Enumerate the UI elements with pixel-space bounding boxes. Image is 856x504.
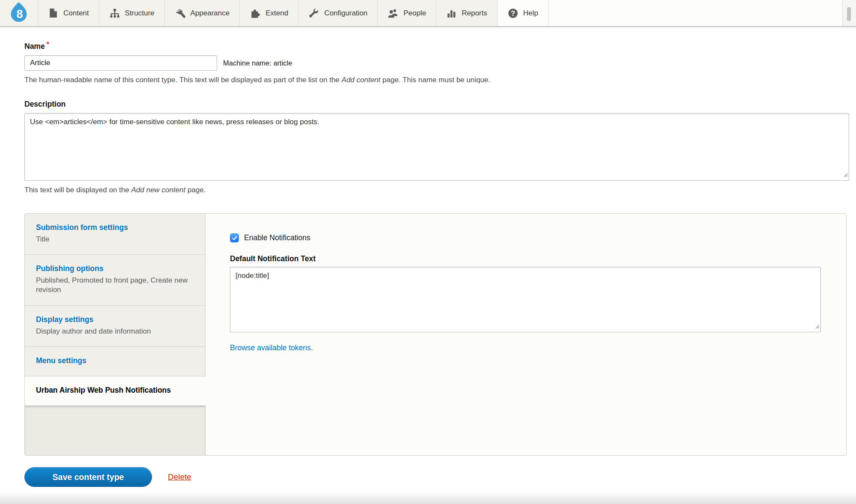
toolbar-item-structure[interactable]: Structure [99, 0, 165, 26]
content-type-edit-form: Name* Machine name: article The human-re… [0, 27, 856, 487]
wrench-icon [308, 8, 319, 19]
toolbar-spacer [549, 0, 842, 26]
toolbar-item-extend[interactable]: Extend [240, 0, 298, 26]
default-notification-textarea[interactable]: [node:title] [230, 267, 821, 332]
checkmark-icon [232, 235, 238, 241]
tab-display-settings[interactable]: Display settings Display author and date… [25, 305, 206, 346]
vertical-tabs-menu: Submission form settings Title Publishin… [25, 214, 206, 455]
drupal-drop-icon: 8 [9, 2, 28, 24]
notifications-pane: Enable Notifications Default Notificatio… [206, 214, 846, 455]
paintbrush-icon [175, 8, 186, 19]
machine-name-text: Machine name: article [223, 59, 292, 67]
help-icon: ? [507, 8, 519, 19]
description-help-text: This text will be displayed on the Add n… [24, 186, 849, 194]
toolbar-item-label: Appearance [191, 9, 230, 18]
bottom-fade [0, 492, 856, 504]
scrollbar-thumb[interactable] [847, 7, 851, 21]
name-help-text: The human-readable name of this content … [24, 76, 849, 84]
toolbar-scroll-area [842, 0, 856, 26]
toolbar-item-label: Extend [265, 9, 288, 18]
toolbar-item-label: Reports [462, 9, 487, 18]
page: 8 Content Structure [0, 0, 856, 504]
toolbar-item-label: Structure [125, 9, 155, 18]
sitemap-icon [109, 8, 120, 19]
svg-text:8: 8 [16, 8, 23, 21]
tabs-filler [25, 406, 206, 456]
file-icon [48, 8, 59, 18]
toolbar-item-appearance[interactable]: Appearance [165, 0, 240, 26]
toolbar-item-label: People [403, 9, 426, 18]
toolbar-item-help[interactable]: ? Help [498, 0, 549, 26]
browse-tokens-link[interactable]: Browse available tokens. [230, 343, 313, 352]
toolbar-item-label: Content [63, 9, 89, 18]
bar-chart-icon [446, 8, 457, 18]
puzzle-icon [250, 8, 261, 19]
toolbar-item-label: Help [523, 9, 538, 18]
name-label: Name* [24, 42, 849, 51]
description-label: Description [24, 100, 849, 109]
tab-menu-settings[interactable]: Menu settings [25, 346, 206, 376]
vertical-tabs-fieldset: Submission form settings Title Publishin… [24, 213, 847, 456]
tab-submission-form-settings[interactable]: Submission form settings Title [25, 214, 206, 254]
default-notification-text-label: Default Notification Text [230, 254, 846, 263]
svg-text:?: ? [511, 9, 515, 17]
toolbar-item-reports[interactable]: Reports [436, 0, 498, 26]
toolbar-item-configuration[interactable]: Configuration [298, 0, 378, 26]
tab-publishing-options[interactable]: Publishing options Published, Promoted t… [25, 254, 206, 305]
people-icon [388, 8, 399, 19]
admin-toolbar: 8 Content Structure [0, 0, 856, 27]
drupal-logo[interactable]: 8 [0, 0, 38, 26]
delete-link[interactable]: Delete [168, 472, 191, 482]
form-actions: Save content type Delete [24, 467, 849, 487]
name-input[interactable] [24, 55, 217, 71]
enable-notifications-checkbox[interactable] [230, 233, 239, 242]
save-content-type-button[interactable]: Save content type [24, 467, 152, 487]
toolbar-item-people[interactable]: People [378, 0, 436, 26]
toolbar-item-label: Configuration [324, 9, 367, 18]
description-textarea[interactable]: Use <em>articles</em> for time-sensitive… [24, 113, 849, 181]
tab-urban-airship-web-push-notifications[interactable]: Urban Airship Web Push Notifications [25, 376, 206, 406]
toolbar-item-content[interactable]: Content [38, 0, 99, 26]
enable-notifications-label: Enable Notifications [244, 233, 310, 242]
required-marker: * [47, 41, 49, 48]
